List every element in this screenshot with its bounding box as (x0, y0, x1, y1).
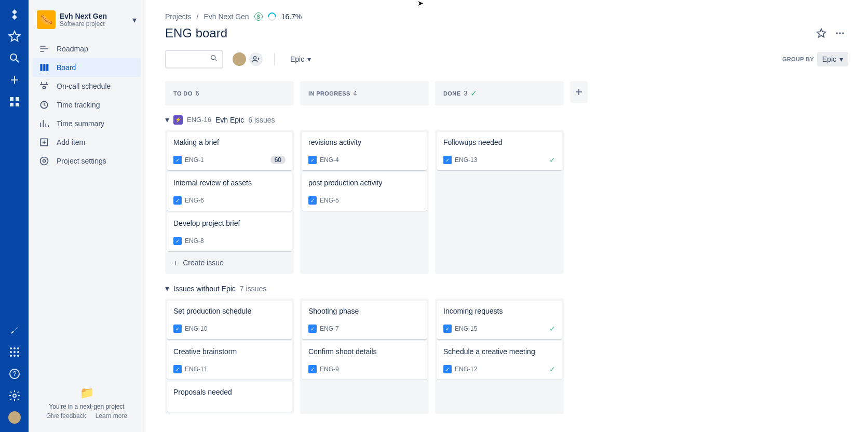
help-icon[interactable]: ? (8, 368, 21, 380)
card-title: Incoming requests (443, 307, 555, 315)
column-done[interactable]: Incoming requestsENG-15✓ Schedule a crea… (435, 299, 564, 414)
create-issue-label: Create issue (183, 259, 224, 267)
epic-icon: ⚡ (173, 115, 183, 125)
card-title: Making a brief (173, 138, 286, 146)
issue-card[interactable]: revisions activityENG-4 (302, 132, 427, 170)
task-icon (173, 325, 182, 333)
add-people-button[interactable] (248, 51, 264, 67)
global-nav: ? (0, 0, 29, 432)
card-title: Schedule a creative meeting (443, 347, 555, 356)
check-icon: ✓ (549, 365, 555, 373)
chevron-down-icon: ▾ (132, 15, 137, 25)
story-points: 60 (270, 156, 286, 164)
project-switcher[interactable]: 🌭 Evh Next Gen Software project ▾ (33, 10, 141, 39)
project-name: Evh Next Gen (60, 12, 128, 20)
create-icon[interactable] (8, 74, 21, 86)
card-title: Creative brainstorm (173, 347, 286, 356)
epic-filter-dropdown[interactable]: Epic▾ (285, 52, 316, 66)
sidebar-item-roadmap[interactable]: Roadmap (33, 39, 141, 58)
card-key: ENG-6 (185, 197, 204, 204)
sidebar-item-additem[interactable]: Add item (33, 133, 141, 152)
dashboard-icon[interactable] (8, 96, 21, 108)
sidebar-item-timetracking[interactable]: Time tracking (33, 96, 141, 114)
svg-point-7 (13, 347, 16, 349)
issue-card[interactable]: Internal review of assetsENG-6 (167, 172, 292, 211)
star-button[interactable] (813, 25, 830, 42)
column-header-done[interactable]: DONE3✓ (435, 81, 564, 105)
board-title: ENG board (165, 26, 227, 40)
issue-card[interactable]: Develop project briefENG-8 (167, 213, 292, 251)
column-done[interactable]: Followups neededENG-13✓ (435, 130, 564, 274)
card-title: Internal review of assets (173, 179, 286, 187)
jira-logo-icon[interactable] (8, 8, 21, 21)
issue-card[interactable]: Schedule a creative meetingENG-12✓ (437, 341, 562, 380)
card-key: ENG-4 (320, 156, 339, 164)
progress-ring-icon (266, 11, 278, 23)
search-field[interactable] (170, 55, 210, 63)
svg-rect-19 (43, 64, 45, 71)
card-key: ENG-10 (185, 325, 207, 332)
search-input[interactable] (165, 50, 223, 69)
column-todo[interactable]: Making a briefENG-160 Internal review of… (165, 130, 294, 274)
issue-card[interactable]: Proposals needed (167, 382, 292, 412)
task-icon (308, 325, 317, 333)
apps-icon[interactable] (8, 346, 21, 358)
svg-point-8 (17, 347, 19, 349)
swimlane-toggle-noepic[interactable]: ▾ Issues without Epic 7 issues (165, 284, 848, 293)
breadcrumb-project[interactable]: Evh Next Gen (204, 12, 249, 21)
more-button[interactable] (832, 25, 848, 42)
issue-card[interactable]: Confirm shoot detailsENG-9 (302, 341, 427, 380)
search-icon[interactable] (8, 52, 21, 64)
issue-card[interactable]: post production activityENG-5 (302, 172, 427, 211)
issue-card[interactable]: Incoming requestsENG-15✓ (437, 301, 562, 339)
user-avatar[interactable] (8, 411, 21, 424)
cursor-icon: ➤ (417, 0, 424, 7)
svg-point-17 (13, 394, 16, 397)
rocket-icon[interactable] (8, 324, 21, 336)
sidebar-item-oncall[interactable]: On-call schedule (33, 77, 141, 96)
sidebar-item-board[interactable]: Board (33, 58, 141, 77)
column-header-todo[interactable]: TO DO6 (165, 81, 294, 105)
issue-card[interactable]: Followups neededENG-13✓ (437, 132, 562, 170)
create-issue-button[interactable]: +Create issue (167, 253, 292, 272)
card-title: Develop project brief (173, 219, 286, 227)
breadcrumb-projects[interactable]: Projects (165, 12, 192, 21)
issue-card[interactable]: Set production scheduleENG-10 (167, 301, 292, 339)
svg-point-0 (10, 54, 17, 60)
issue-card[interactable]: Shooting phaseENG-7 (302, 301, 427, 339)
add-column-button[interactable] (570, 81, 588, 103)
sidebar-item-timesummary[interactable]: Time summary (33, 114, 141, 133)
svg-point-9 (10, 351, 12, 353)
sidebar-item-label: Time tracking (57, 101, 100, 109)
task-icon (173, 156, 182, 164)
sidebar-item-settings[interactable]: Project settings (33, 152, 141, 170)
issue-card[interactable]: Making a briefENG-160 (167, 132, 292, 170)
issue-card[interactable]: Creative brainstormENG-11 (167, 341, 292, 380)
chevron-down-icon: ▾ (307, 55, 311, 63)
card-title: post production activity (308, 179, 421, 187)
card-key: ENG-11 (185, 366, 207, 373)
column-inprogress[interactable]: revisions activityENG-4 post production … (300, 130, 429, 274)
assignee-avatar[interactable] (232, 51, 247, 67)
give-feedback-link[interactable]: Give feedback (46, 412, 86, 420)
column-todo[interactable]: Set production scheduleENG-10 Creative b… (165, 299, 294, 414)
svg-point-12 (10, 355, 12, 357)
task-icon (308, 365, 317, 373)
sidebar-item-label: Roadmap (57, 45, 88, 53)
column-inprogress[interactable]: Shooting phaseENG-7 Confirm shoot detail… (300, 299, 429, 414)
check-icon: ✓ (549, 325, 555, 333)
svg-point-11 (17, 351, 19, 353)
group-by-dropdown[interactable]: Epic▾ (817, 52, 848, 66)
chevron-down-icon: ▾ (839, 55, 843, 63)
svg-rect-20 (46, 64, 48, 71)
learn-more-link[interactable]: Learn more (96, 412, 127, 420)
swimlane-toggle-epic[interactable]: ▾ ⚡ ENG-16 Evh Epic 6 issues (165, 115, 848, 125)
svg-line-30 (215, 59, 216, 61)
card-key: ENG-5 (320, 197, 339, 204)
progress-percent: 16.7% (281, 12, 302, 21)
board-main: ➤ Projects / Evh Next Gen $ 16.7% ENG bo… (145, 0, 868, 432)
task-icon (443, 156, 452, 164)
column-header-inprogress[interactable]: IN PROGRESS4 (300, 81, 429, 105)
settings-icon[interactable] (8, 389, 21, 402)
star-icon[interactable] (8, 30, 21, 43)
